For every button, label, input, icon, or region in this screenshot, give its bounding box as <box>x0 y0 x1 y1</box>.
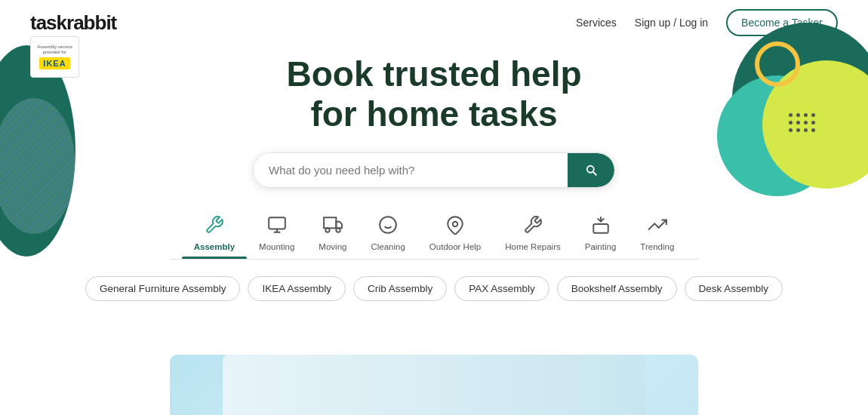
cat-assembly[interactable]: Assembly <box>182 209 247 259</box>
cat-mounting[interactable]: Mounting <box>247 209 306 259</box>
homerepairs-icon <box>523 215 543 238</box>
svg-point-3 <box>336 228 340 232</box>
cat-moving[interactable]: Moving <box>306 209 359 259</box>
mounting-icon <box>267 215 287 238</box>
moving-icon <box>323 215 343 238</box>
trending-icon <box>648 215 667 238</box>
hero-section: Book trusted help for home tasks Assembl… <box>0 54 868 309</box>
search-icon <box>584 163 598 177</box>
search-button[interactable] <box>568 153 614 187</box>
svg-rect-0 <box>269 217 285 229</box>
painting-icon <box>591 215 611 238</box>
nav-services[interactable]: Services <box>576 17 617 29</box>
cat-homerepairs-label: Home Repairs <box>505 242 561 251</box>
ikea-logo: IKEA <box>39 57 69 69</box>
bottom-image-inner <box>223 355 645 415</box>
cat-cleaning-label: Cleaning <box>371 242 405 251</box>
svg-point-2 <box>325 228 329 232</box>
cat-outdoor[interactable]: Outdoor Help <box>417 209 493 259</box>
cat-trending-label: Trending <box>640 242 674 251</box>
pill-desk[interactable]: Desk Assembly <box>685 276 783 301</box>
cat-painting[interactable]: Painting <box>573 209 629 259</box>
become-tasker-button[interactable]: Become a Tasker <box>726 9 838 36</box>
hero-heading: Book trusted help for home tasks <box>0 54 868 134</box>
cat-homerepairs[interactable]: Home Repairs <box>493 209 573 259</box>
pills-container: General Furniture Assembly IKEA Assembly… <box>0 266 868 309</box>
ikea-badge: Assembly service provided for IKEA <box>30 36 79 78</box>
search-container <box>0 152 868 188</box>
pill-bookshelf[interactable]: Bookshelf Assembly <box>557 276 677 301</box>
pill-crib[interactable]: Crib Assembly <box>353 276 447 301</box>
cat-cleaning[interactable]: Cleaning <box>359 209 417 259</box>
bottom-image-strip <box>170 355 698 415</box>
ikea-badge-text: Assembly service provided for <box>34 45 75 55</box>
navbar: taskrabbit Services Sign up / Log in Bec… <box>0 0 868 45</box>
cat-assembly-label: Assembly <box>194 242 235 251</box>
cat-outdoor-label: Outdoor Help <box>429 242 481 251</box>
outdoor-icon <box>445 215 465 238</box>
pill-pax[interactable]: PAX Assembly <box>454 276 549 301</box>
cat-moving-label: Moving <box>319 242 346 251</box>
cat-trending[interactable]: Trending <box>628 209 686 259</box>
cat-painting-label: Painting <box>585 242 617 251</box>
pill-general-furniture[interactable]: General Furniture Assembly <box>85 276 240 301</box>
nav-signup[interactable]: Sign up / Log in <box>635 17 708 29</box>
assembly-icon <box>205 215 224 238</box>
logo: taskrabbit <box>30 11 116 35</box>
categories-nav: Assembly Mounting Moving <box>170 209 698 260</box>
svg-rect-1 <box>324 217 336 228</box>
search-input[interactable] <box>254 153 568 187</box>
cleaning-icon <box>378 215 398 238</box>
nav-right: Services Sign up / Log in Become a Taske… <box>576 9 838 36</box>
search-bar <box>253 152 615 188</box>
cat-mounting-label: Mounting <box>259 242 294 251</box>
pill-ikea[interactable]: IKEA Assembly <box>248 276 346 301</box>
svg-point-6 <box>453 221 458 226</box>
